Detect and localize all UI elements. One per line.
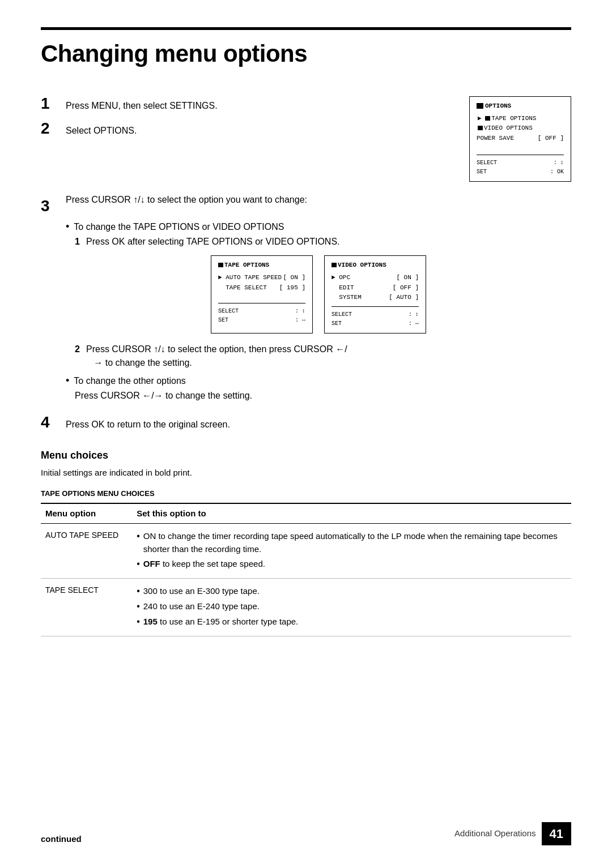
video-system-label: SYSTEM xyxy=(332,293,362,303)
video-opc-row: ► OPC [ ON ] xyxy=(332,273,419,283)
bullet-2-section: • To change the other options Press CURS… xyxy=(66,374,571,403)
row2-b2-text: 240 to use an E-240 type tape. xyxy=(143,600,260,613)
tape-auto-row: ► AUTO TAPE SPEED [ ON ] xyxy=(218,273,305,283)
tape-select-label: TAPE SELECT xyxy=(218,283,267,293)
page-number: 41 xyxy=(542,822,571,845)
step-4-block: 4 Press OK to return to the original scr… xyxy=(41,409,571,434)
step-4-number: 4 xyxy=(41,409,66,434)
row2-desc: • 300 to use an E-300 type tape. • 240 t… xyxy=(132,579,571,636)
video-icon xyxy=(478,126,483,130)
video-box-divider xyxy=(332,306,419,307)
video-edit-label: EDIT xyxy=(332,283,354,293)
continued-label: continued xyxy=(41,833,82,846)
bullet-1-section: • To change the TAPE OPTIONS or VIDEO OP… xyxy=(66,220,571,369)
row1-b2-dot: • xyxy=(137,557,140,571)
tape-box-title: TAPE OPTIONS xyxy=(218,260,305,271)
row1-b2-text: OFF to keep the set tape speed. xyxy=(143,558,265,571)
step-1-number: 1 xyxy=(41,92,66,116)
step-1-text: Press MENU, then select SETTINGS. xyxy=(66,99,218,113)
video-set-label: SET xyxy=(332,319,342,328)
step-3-text: Press CURSOR ↑/↓ to select the option yo… xyxy=(66,193,571,207)
row1-option: AUTO TAPE SPEED xyxy=(41,524,132,579)
sub-step-2-row: 2 Press CURSOR ↑/↓ to select the option,… xyxy=(75,343,571,370)
tape-select-value: [ 195 ] xyxy=(279,283,305,293)
row2-bullet-2: • 240 to use an E-240 type tape. xyxy=(137,600,567,613)
sub-step-1-num: 1 xyxy=(75,235,86,249)
step-4-text: Press OK to return to the original scree… xyxy=(66,418,230,431)
step-1-row: 1 Press MENU, then select SETTINGS. xyxy=(41,92,469,116)
tape-set-label: SET xyxy=(218,316,228,325)
video-system-row: SYSTEM [ AUTO ] xyxy=(332,293,419,303)
tape-select-footer-val: : ↕ xyxy=(295,307,305,316)
options-icon xyxy=(477,103,483,109)
sub-step-1-row: 1 Press OK after selecting TAPE OPTIONS … xyxy=(75,235,571,249)
options-box-title: OPTIONS xyxy=(477,101,564,112)
tape-box-icon xyxy=(218,263,223,267)
options-video-item: VIDEO OPTIONS xyxy=(477,123,564,134)
step-3-block: 3 Press CURSOR ↑/↓ to select the option … xyxy=(41,193,571,218)
video-system-value: [ AUTO ] xyxy=(389,293,419,303)
row2-b3-text: 195 to use an E-195 or shorter type tape… xyxy=(143,615,299,628)
tape-box-footer2: SET : ↔ xyxy=(218,316,305,325)
options-tape-item: TAPE OPTIONS xyxy=(477,114,564,124)
bullet-1: • To change the TAPE OPTIONS or VIDEO OP… xyxy=(66,220,571,234)
menu-choices-section: Menu choices Initial settings are indica… xyxy=(41,448,571,637)
video-select-footer-label: SELECT xyxy=(332,310,352,319)
page-number-section: Additional Operations 41 xyxy=(454,822,571,845)
options-select-label: SELECT xyxy=(477,159,497,168)
sub-step-2: 2 Press CURSOR ↑/↓ to select the option,… xyxy=(75,343,571,370)
video-box-footer2: SET : ↔ xyxy=(332,319,419,328)
col1-header: Menu option xyxy=(41,503,132,524)
video-box-title: VIDEO OPTIONS xyxy=(332,260,419,271)
row1-bullet-1: • ON to change the timer recording tape … xyxy=(137,529,567,555)
sub-step-2-num: 2 xyxy=(75,343,86,356)
tape-select-footer-label: SELECT xyxy=(218,307,239,316)
row2-b2-dot: • xyxy=(137,600,140,613)
options-select-value: : ↕ xyxy=(554,159,564,168)
options-table: Menu option Set this option to AUTO TAPE… xyxy=(41,503,571,637)
step-3-number: 3 xyxy=(41,193,66,218)
options-box-footer: SELECT : ↕ xyxy=(477,159,564,168)
tape-options-box: TAPE OPTIONS ► AUTO TAPE SPEED [ ON ] TA… xyxy=(211,255,313,333)
row1-desc: • ON to change the timer recording tape … xyxy=(132,524,571,579)
steps-1-2-left: 1 Press MENU, then select SETTINGS. 2 Se… xyxy=(41,92,469,142)
additional-ops-label: Additional Operations xyxy=(454,827,536,840)
bullet-2-text: To change the other options xyxy=(74,374,185,388)
row2-b1-dot: • xyxy=(137,584,140,598)
sub-step-1-text: Press OK after selecting TAPE OPTIONS or… xyxy=(86,235,340,249)
steps-1-2-section: 1 Press MENU, then select SETTINGS. 2 Se… xyxy=(41,92,571,182)
video-box-icon xyxy=(332,263,337,267)
bullet-2-desc: Press CURSOR ←/→ to change the setting. xyxy=(75,389,571,403)
row2-bullet-1: • 300 to use an E-300 type tape. xyxy=(137,584,567,598)
step-2-row: 2 Select OPTIONS. xyxy=(41,117,469,140)
bullet-1-text: To change the TAPE OPTIONS or VIDEO OPTI… xyxy=(74,220,284,234)
video-options-box: VIDEO OPTIONS ► OPC [ ON ] EDIT [ OFF ] … xyxy=(324,255,426,333)
col2-header: Set this option to xyxy=(132,503,571,524)
video-set-val: : ↔ xyxy=(409,319,419,328)
row1-b1-dot: • xyxy=(137,529,140,543)
video-edit-row: EDIT [ OFF ] xyxy=(332,283,419,293)
options-power-value: [ OFF ] xyxy=(538,134,564,144)
video-opc-label: ► OPC xyxy=(332,273,350,283)
step-3-content: Press CURSOR ↑/↓ to select the option yo… xyxy=(66,193,571,207)
video-box-footer1: SELECT : ↕ xyxy=(332,310,419,319)
tape-icon xyxy=(485,116,490,121)
table-row: AUTO TAPE SPEED • ON to change the timer… xyxy=(41,524,571,579)
tape-box-footer1: SELECT : ↕ xyxy=(218,307,305,316)
step-2-text: Select OPTIONS. xyxy=(66,124,137,138)
sub-step-1: 1 Press OK after selecting TAPE OPTIONS … xyxy=(75,235,571,249)
options-box-footer2: SET : OK xyxy=(477,168,564,177)
dual-menus: TAPE OPTIONS ► AUTO TAPE SPEED [ ON ] TA… xyxy=(66,255,571,333)
bullet-2-dot: • xyxy=(66,375,69,386)
options-set-value: : OK xyxy=(550,168,564,177)
row2-b3-dot: • xyxy=(137,615,140,628)
bullet-1-dot: • xyxy=(66,221,69,232)
options-power-label: POWER SAVE xyxy=(477,134,514,144)
table-header-row: Menu option Set this option to xyxy=(41,503,571,524)
step-2-number: 2 xyxy=(41,117,66,140)
bullet-2: • To change the other options xyxy=(66,374,571,388)
options-power-row: POWER SAVE [ OFF ] xyxy=(477,134,564,144)
video-edit-value: [ OFF ] xyxy=(393,283,419,293)
table-section-title: TAPE OPTIONS menu choices xyxy=(41,488,571,499)
tape-auto-label: ► AUTO TAPE SPEED xyxy=(218,273,282,283)
